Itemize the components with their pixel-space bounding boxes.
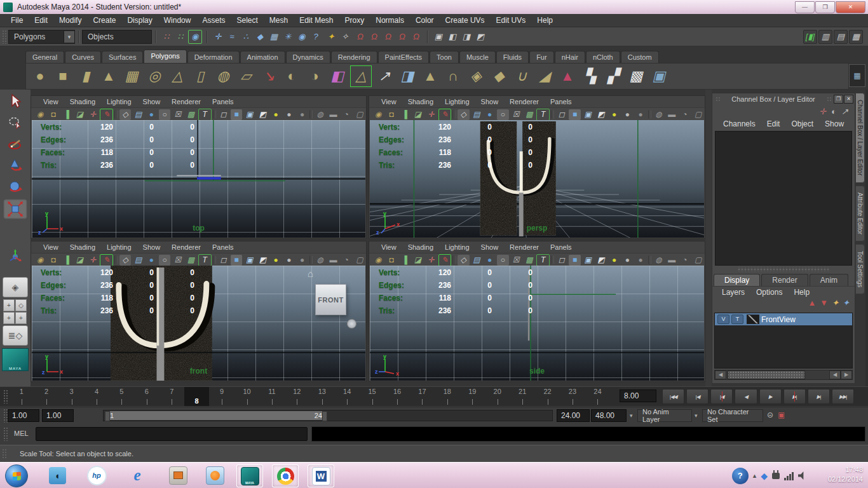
power-plug-icon[interactable] <box>772 473 780 479</box>
range-start-handle[interactable] <box>105 411 110 421</box>
image-plane-icon[interactable]: ◪ <box>412 255 424 266</box>
time-tick[interactable]: 16 <box>384 387 409 406</box>
viewport-menu-item[interactable]: Renderer <box>504 243 545 251</box>
render-view-icon[interactable]: ▣ <box>432 30 445 43</box>
scroll-right-icon[interactable]: ▶ <box>841 370 852 379</box>
layout-cell[interactable]: + <box>15 312 27 324</box>
drag-handle[interactable] <box>2 30 6 44</box>
menu-item[interactable]: Color <box>410 16 440 25</box>
range-slider-track[interactable]: 1 24 <box>103 410 553 421</box>
viewport-menu-item[interactable]: View <box>376 98 402 105</box>
speed-state-icon[interactable]: ◐ <box>831 107 836 116</box>
divider[interactable] <box>309 255 313 264</box>
light-bulb-icon[interactable]: ● <box>270 109 282 120</box>
time-tick[interactable]: 15 <box>360 387 384 406</box>
menu-item[interactable]: Display <box>121 16 158 25</box>
xray-icon[interactable]: ☒ <box>510 109 522 120</box>
viewport-menu-item[interactable]: View <box>37 243 64 251</box>
poly-plane-icon[interactable]: ▦ <box>121 66 142 86</box>
use-lights-icon[interactable]: ○ <box>159 255 171 266</box>
menu-item[interactable]: Modify <box>53 16 87 25</box>
universal-manipulator-button[interactable] <box>3 246 27 266</box>
textured-cube-icon[interactable]: ▣ <box>243 109 255 120</box>
time-slider-track[interactable]: 123456789101112131415161718192021222324 <box>9 387 610 406</box>
textured-icon[interactable]: ● <box>146 255 158 266</box>
ipr-render-icon[interactable]: ◨ <box>460 30 473 43</box>
undock-panel-icon[interactable]: ❐ <box>834 95 843 104</box>
smooth-shade-icon[interactable]: ▤ <box>471 109 483 120</box>
drag-handle[interactable] <box>3 409 8 423</box>
network-signal-icon[interactable] <box>784 471 794 480</box>
close-panel-icon[interactable]: ✕ <box>844 95 853 104</box>
smooth-shade-icon[interactable]: ▤ <box>132 255 144 266</box>
menu-set-dropdown[interactable]: Polygons ▾ <box>8 30 75 44</box>
menu-item[interactable]: Assets <box>196 16 231 25</box>
viewport-menu-item[interactable]: Panels <box>207 98 240 105</box>
render-current-frame-icon[interactable]: ◧ <box>446 30 459 43</box>
isolate-select-icon[interactable]: ◍ <box>653 109 665 120</box>
viewport-menu-item[interactable]: Show <box>137 98 166 105</box>
volume-icon[interactable] <box>798 471 807 480</box>
close-button[interactable]: ✕ <box>836 1 865 13</box>
wireframe-icon[interactable]: ◇ <box>119 109 132 120</box>
viewport-front-view[interactable]: Verts: 120 0 0 Edges: 236 0 0 Faces: 118… <box>32 266 365 381</box>
viewport-menu-item[interactable]: View <box>376 243 402 251</box>
snap-grid-icon[interactable]: ✛ <box>212 30 224 43</box>
shaded-cube-icon[interactable]: ■ <box>569 255 581 266</box>
hp-app-icon[interactable]: hp <box>84 464 109 486</box>
internet-explorer-icon[interactable]: e <box>125 464 150 486</box>
menu-item[interactable]: Proxy <box>339 16 370 25</box>
time-tick[interactable]: 17 <box>410 387 435 406</box>
layer-editor-tab[interactable]: Display <box>714 274 760 286</box>
scrollbar-thumb[interactable] <box>728 370 805 379</box>
image-plane-icon[interactable]: ◪ <box>412 109 424 120</box>
start-button[interactable] <box>5 464 28 487</box>
auto-keyframe-icon[interactable]: ▣ <box>778 410 785 419</box>
viewport-menu-item[interactable]: Renderer <box>166 243 207 251</box>
viewport-menu-item[interactable]: Panels <box>207 243 240 251</box>
time-tick[interactable]: 18 <box>435 387 459 406</box>
time-tick[interactable]: 13 <box>309 387 334 406</box>
textured-icon[interactable]: ● <box>484 109 496 120</box>
shelf-tab[interactable]: Animation <box>240 51 285 63</box>
manipulator-icon[interactable]: ✛ <box>819 107 826 116</box>
uv-snapshot-icon[interactable]: ▣ <box>649 66 669 86</box>
dark-ball-icon[interactable]: ● <box>635 109 647 120</box>
plane-toggle-icon[interactable]: ▬ <box>327 109 339 120</box>
divider[interactable] <box>551 255 555 264</box>
word-icon[interactable]: W <box>308 464 334 487</box>
sphere-project-icon[interactable]: ◐ <box>281 66 302 86</box>
attribute-editor-toggle-icon[interactable]: ▥ <box>818 30 832 44</box>
layer-color-swatch[interactable] <box>747 315 759 324</box>
default-material-icon[interactable]: ◻ <box>217 109 229 120</box>
maya-taskbar-icon[interactable]: MAYA <box>236 464 263 487</box>
step-forward-frame-button[interactable]: ▶| <box>808 389 830 404</box>
menu-item[interactable]: Mesh <box>264 16 294 25</box>
time-tick[interactable]: 20 <box>485 387 510 406</box>
render-settings-icon[interactable]: ◩ <box>474 30 487 43</box>
channel-box-menu-item[interactable]: Show <box>819 119 850 128</box>
textured-icon[interactable]: ● <box>484 255 496 266</box>
snap-curve-icon[interactable]: ≈ <box>226 30 238 43</box>
minimize-button[interactable]: — <box>795 1 815 13</box>
menu-item[interactable]: Edit Mesh <box>294 16 339 25</box>
textured-cube-icon[interactable]: ▣ <box>582 109 594 120</box>
select-hierarchy-icon[interactable]: ∷ <box>160 30 173 43</box>
shelf-tab[interactable]: Curves <box>65 51 101 63</box>
time-tick[interactable]: 11 <box>259 387 284 406</box>
fog-icon[interactable]: ◔ <box>341 109 353 120</box>
show-selected-bracket-icon[interactable]: [▮] <box>803 30 817 44</box>
menu-item[interactable]: File <box>5 16 29 25</box>
divider[interactable] <box>213 255 217 264</box>
playback-start-field[interactable]: 1.00 <box>42 409 74 422</box>
chevron-down-icon[interactable]: ▾ <box>64 31 74 43</box>
shaded-ball-icon[interactable]: ● <box>283 255 295 266</box>
restore-button[interactable]: ❒ <box>815 1 835 13</box>
time-tick[interactable]: 5 <box>109 387 134 406</box>
shelf-tab[interactable]: Fur <box>529 51 554 63</box>
texture-placement-icon[interactable]: ▩ <box>523 109 535 120</box>
time-tick[interactable]: 12 <box>285 387 309 406</box>
hidden-icons-icon[interactable]: ▴ <box>753 471 757 480</box>
new-layer-selected-icon[interactable]: ✦ <box>843 298 850 312</box>
texture-placement-icon[interactable]: ▩ <box>185 109 197 120</box>
